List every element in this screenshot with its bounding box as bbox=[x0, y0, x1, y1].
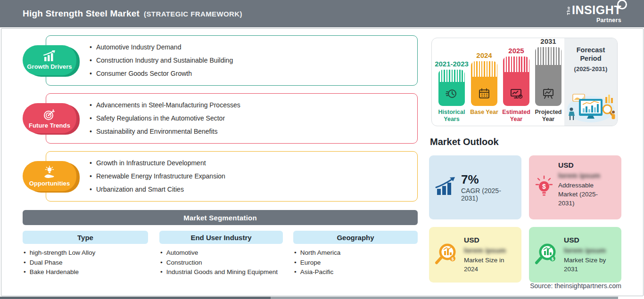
list-item: •Automotive bbox=[160, 248, 283, 258]
list-item: •high-strength Low Alloy bbox=[24, 248, 148, 258]
bullet: • bbox=[90, 127, 92, 136]
bar-stripes bbox=[438, 70, 465, 82]
forecast-period-panel: Forecast Period (2025-2031) bbox=[564, 38, 617, 126]
bullet: • bbox=[90, 56, 92, 65]
monitor-gear-icon bbox=[510, 88, 523, 100]
list-item: •Safety Regulations in the Automotive Se… bbox=[90, 113, 410, 123]
logo-insight-text: INSIGHT bbox=[572, 3, 621, 16]
bullet: • bbox=[90, 113, 92, 123]
future-trends-list: •Advancements in Steel-Manufacturing Pro… bbox=[90, 100, 410, 140]
forecast-title: Forecast Period bbox=[571, 46, 611, 63]
redacted-value: lorem ipsum bbox=[558, 171, 600, 179]
insight-partners-logo: The INSIGHT Partners bbox=[567, 4, 621, 24]
bullet: • bbox=[160, 248, 163, 258]
column-list: •high-strength Low Alloy •Dual Phase •Ba… bbox=[24, 248, 148, 277]
bullet: • bbox=[294, 267, 297, 277]
badge-label: Growth Drivers bbox=[27, 63, 72, 70]
magnifier-chart-orange-icon: $ bbox=[435, 242, 459, 268]
column-header: Geography bbox=[293, 231, 418, 244]
redacted-value: lorem ipsum bbox=[464, 246, 506, 254]
cagr-label: CAGR (2025-2031) bbox=[461, 187, 516, 202]
list-item: •Renewable Energy Infrastructure Expansi… bbox=[90, 171, 410, 181]
bottom-accent-strip bbox=[0, 297, 644, 299]
market-segmentation-header: Market Segmentation bbox=[23, 210, 418, 225]
growth-bars-arrow-icon bbox=[42, 50, 57, 62]
opportunities-list: •Growth in Infrastructure Development •R… bbox=[90, 158, 410, 198]
presentation-chart-icon bbox=[542, 88, 555, 100]
hand-lightbulb-icon bbox=[42, 166, 57, 179]
bullet: • bbox=[90, 158, 92, 168]
history-clock-icon bbox=[446, 88, 458, 100]
magnifier-icon bbox=[617, 0, 627, 9]
page-subtitle: (STRATEGIC FRAMEWORK) bbox=[144, 10, 242, 18]
cagr-value: 7% bbox=[461, 173, 516, 186]
badge-label: Future Trends bbox=[29, 122, 70, 129]
currency-label: USD bbox=[558, 161, 614, 170]
page-title-group: High Strength Steel Market(STRATEGIC FRA… bbox=[23, 8, 242, 19]
timeline-year: 2021-2023 bbox=[430, 60, 473, 68]
bullet: • bbox=[24, 248, 26, 258]
historical-years-bar bbox=[438, 70, 465, 106]
addressable-market-card: $ USD lorem ipsum Addressable Market (20… bbox=[529, 155, 621, 219]
base-year-bar bbox=[471, 61, 497, 106]
bullet: • bbox=[90, 171, 92, 181]
bullet: • bbox=[24, 267, 26, 277]
projected-year-bar bbox=[535, 47, 561, 106]
source-attribution: Source: theinsightpartners.com bbox=[530, 282, 621, 290]
column-header: End User Industry bbox=[159, 231, 283, 244]
list-item: •Asia-Pacific bbox=[294, 267, 418, 277]
list-item: •Construction bbox=[160, 258, 283, 268]
logo-the-text: The bbox=[567, 6, 571, 15]
page-title: High Strength Steel Market bbox=[23, 8, 140, 18]
timeline-caption: Historical Years bbox=[434, 109, 469, 123]
opportunities-badge: Opportunities bbox=[23, 161, 76, 191]
card-label: Addressable Market (2025-2031) bbox=[558, 181, 614, 208]
bullet: • bbox=[90, 69, 92, 78]
list-item: •North America bbox=[294, 248, 418, 258]
segmentation-column-geography: Geography •North America •Europe •Asia-P… bbox=[293, 231, 418, 277]
timeline-year: 2025 bbox=[495, 47, 537, 55]
timeline-caption: Projected Year bbox=[531, 109, 566, 123]
calendar-icon bbox=[478, 88, 490, 100]
bar-stripes bbox=[503, 57, 529, 72]
market-outlook-title: Market Outlook bbox=[430, 137, 499, 147]
future-trends-badge: Future Trends bbox=[23, 103, 76, 133]
bullet: • bbox=[90, 185, 92, 194]
column-header: Type bbox=[23, 231, 148, 244]
svg-text:$: $ bbox=[552, 257, 554, 261]
magnifier-chart-green-icon: $ bbox=[535, 242, 559, 268]
cagr-card: 7% CAGR (2025-2031) bbox=[429, 155, 521, 219]
bar-stripes bbox=[471, 61, 497, 77]
growth-chart-arrow-icon bbox=[435, 177, 456, 198]
growth-drivers-badge: Growth Drivers bbox=[23, 45, 76, 75]
forecast-range: (2025-2031) bbox=[574, 65, 608, 73]
currency-label: USD bbox=[564, 236, 619, 244]
market-size-2024-card: $ USD lorem ipsum Market Size in 2024 bbox=[429, 227, 521, 283]
currency-label: USD bbox=[464, 236, 520, 244]
logo-partners-text: Partners bbox=[572, 17, 621, 24]
estimated-year-bar bbox=[503, 57, 529, 106]
column-list: •North America •Europe •Asia-Pacific bbox=[294, 248, 418, 277]
bullet: • bbox=[90, 100, 92, 110]
header-bar: High Strength Steel Market(STRATEGIC FRA… bbox=[0, 0, 644, 27]
card-label: Market Size by 2031 bbox=[564, 256, 619, 274]
market-size-2031-card: $ USD lorem ipsum Market Size by 2031 bbox=[529, 227, 621, 283]
segmentation-column-type: Type •high-strength Low Alloy •Dual Phas… bbox=[23, 231, 148, 277]
card-label: Market Size in 2024 bbox=[464, 256, 520, 274]
bullet: • bbox=[294, 258, 297, 268]
segmentation-column-end-user: End User Industry •Automotive •Construct… bbox=[159, 231, 283, 277]
column-list: •Automotive •Construction •Industrial Go… bbox=[160, 248, 283, 277]
list-item: •Urbanization and Smart Cities bbox=[90, 185, 410, 194]
redacted-value: lorem ipsum bbox=[564, 246, 606, 254]
list-item: •Advancements in Steel-Manufacturing Pro… bbox=[90, 100, 410, 110]
bullet: • bbox=[24, 258, 26, 268]
list-item: •Automotive Industry Demand bbox=[90, 42, 410, 52]
list-item: •Industrial Goods and Mining Equipment bbox=[160, 267, 283, 277]
bar-stripes bbox=[535, 47, 561, 65]
list-item: •Growth in Infrastructure Development bbox=[90, 158, 410, 168]
list-item: •Sustainability and Environmental Benefi… bbox=[90, 127, 410, 136]
list-item: •Construction Industry and Sustainable B… bbox=[90, 56, 410, 65]
svg-text:$: $ bbox=[542, 183, 546, 190]
analysts-illustration bbox=[566, 91, 616, 123]
target-dart-icon bbox=[42, 108, 57, 121]
